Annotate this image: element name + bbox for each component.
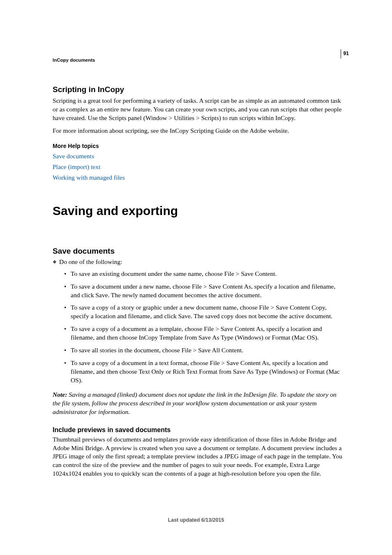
page-number: 91 bbox=[341, 49, 349, 58]
lead-instruction: Do one of the following: bbox=[53, 258, 345, 266]
page-container: 91 InCopy documents Scripting in InCopy … bbox=[0, 0, 392, 555]
help-link-row: Save documents bbox=[53, 153, 345, 160]
help-link-row: Working with managed files bbox=[53, 174, 345, 181]
help-link-working-with-managed-files[interactable]: Working with managed files bbox=[53, 174, 125, 181]
running-head: InCopy documents bbox=[53, 58, 345, 62]
list-item: To save a copy of a document as a templa… bbox=[64, 325, 345, 342]
body-paragraph: For more information about scripting, se… bbox=[53, 127, 345, 135]
list-item: To save all stories in the document, cho… bbox=[64, 346, 345, 355]
list-item: To save a copy of a document in a text f… bbox=[64, 359, 345, 385]
section-heading-save-documents: Save documents bbox=[53, 247, 345, 256]
help-link-save-documents[interactable]: Save documents bbox=[53, 153, 94, 160]
procedure-list: To save an existing document under the s… bbox=[53, 270, 345, 385]
list-item: To save a copy of a story or graphic und… bbox=[64, 303, 345, 321]
footer-last-updated: Last updated 6/13/2015 bbox=[0, 517, 392, 523]
section-heading-scripting: Scripting in InCopy bbox=[53, 85, 345, 94]
list-item: To save a document under a new name, cho… bbox=[64, 282, 345, 300]
body-paragraph: Scripting is a great tool for performing… bbox=[53, 97, 345, 123]
note-label: Note: bbox=[53, 391, 69, 398]
help-link-row: Place (import) text bbox=[53, 163, 345, 171]
note-paragraph: Note: Saving a managed (linked) document… bbox=[53, 391, 345, 416]
help-link-place-import-text[interactable]: Place (import) text bbox=[53, 163, 100, 170]
note-text: Saving a managed (linked) document does … bbox=[53, 391, 337, 415]
more-help-heading: More Help topics bbox=[53, 143, 345, 149]
body-paragraph: Thumbnail previews of documents and temp… bbox=[53, 435, 345, 479]
list-item: To save an existing document under the s… bbox=[64, 270, 345, 278]
subsection-heading-include-previews: Include previews in saved documents bbox=[53, 426, 345, 434]
chapter-title: Saving and exporting bbox=[53, 204, 345, 218]
